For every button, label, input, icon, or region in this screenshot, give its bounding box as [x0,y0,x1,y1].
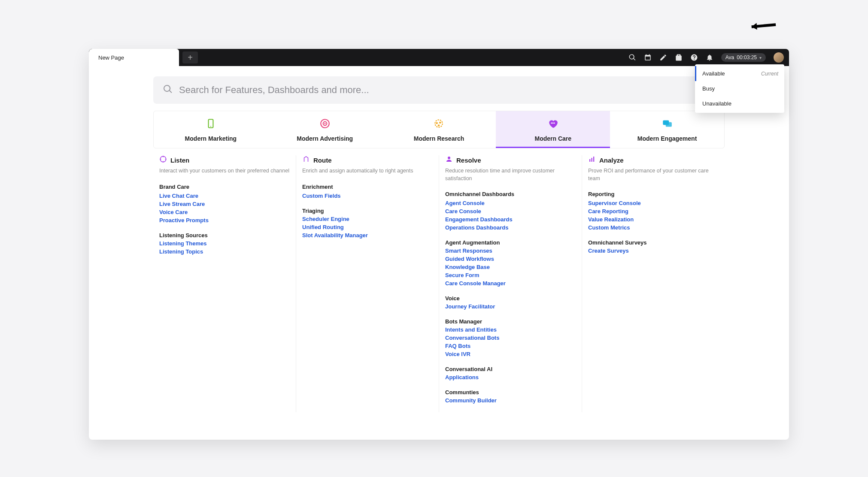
avatar[interactable] [774,52,784,63]
feature-link[interactable]: Community Builder [445,397,576,404]
feature-link[interactable]: Scheduler Engine [302,216,433,222]
group-title: Voice [445,295,576,302]
column-header: Analyze [588,155,719,165]
feature-link[interactable]: Knowledge Base [445,264,576,270]
feature-link[interactable]: Slot Availability Manager [302,232,433,238]
search-icon [163,84,173,96]
product-tab-label: Modern Research [414,135,464,142]
feature-columns: Listen Interact with your customers on t… [153,155,725,412]
feature-link[interactable]: Live Chat Care [159,193,290,199]
product-tab-label: Modern Advertising [297,135,353,142]
new-tab-button[interactable]: + [182,51,198,63]
research-icon [433,118,444,131]
product-tab-label: Modern Care [535,135,572,142]
svg-point-4 [324,123,325,124]
status-option-label: Unavailable [702,100,731,107]
column-listen: Listen Interact with your customers on t… [153,155,296,412]
status-user-name: Ava [725,54,734,60]
group-title: Triaging [302,208,433,214]
product-tab-marketing[interactable]: Modern Marketing [154,111,268,148]
feature-link[interactable]: Voice IVR [445,351,576,357]
feature-link[interactable]: Listening Themes [159,240,290,247]
product-tab-research[interactable]: Modern Research [382,111,496,148]
column-desc: Interact with your customers on their pr… [159,167,290,175]
group-title: Agent Augmentation [445,239,576,246]
feature-link[interactable]: Proactive Prompts [159,217,290,223]
feature-link[interactable]: Operations Dashboards [445,224,576,231]
help-icon[interactable] [690,54,698,61]
toolbar-right: Ava 00:03:25 ▾ [628,49,784,66]
feature-link[interactable]: Secure Form [445,272,576,278]
feature-link[interactable]: Unified Routing [302,224,433,230]
column-header: Resolve [445,155,576,165]
svg-rect-16 [589,159,590,162]
product-tab-label: Modern Marketing [185,135,237,142]
svg-point-7 [440,122,441,124]
column-header: Route [302,155,433,165]
feature-link[interactable]: Care Console [445,208,576,214]
route-icon [302,155,310,165]
feature-link[interactable]: Intents and Entities [445,326,576,333]
feature-link[interactable]: Applications [445,374,576,380]
search-bar[interactable] [153,76,725,104]
svg-point-9 [551,123,552,124]
feature-link[interactable]: Custom Metrics [588,224,719,231]
status-timer: 00:03:25 [737,54,757,60]
product-tab-label: Modern Engagement [637,135,697,142]
product-tab-engagement[interactable]: Modern Engagement [610,111,724,148]
feature-link[interactable]: Care Console Manager [445,280,576,287]
group-title: Omnichannel Surveys [588,239,719,246]
status-option-label: Available [702,70,725,77]
column-title: Analyze [599,157,624,164]
status-option-unavailable[interactable]: Unavailable [695,96,784,111]
feature-link[interactable]: Care Reporting [588,208,719,214]
group-title: Brand Care [159,184,290,190]
feature-link[interactable]: Guided Workflows [445,256,576,262]
clipboard-icon[interactable] [675,54,683,61]
svg-point-6 [436,122,438,124]
group-title: Reporting [588,191,719,197]
notifications-icon[interactable] [706,54,713,61]
feature-link[interactable]: Value Realization [588,216,719,223]
feature-link[interactable]: Engagement Dashboards [445,216,576,223]
column-desc: Reduce resolution time and improve custo… [445,167,576,182]
feature-link[interactable]: Custom Fields [302,193,433,199]
status-option-available[interactable]: AvailableCurrent [695,66,784,81]
search-icon[interactable] [628,54,636,61]
search-input[interactable] [179,85,715,96]
advertising-icon [319,118,331,131]
column-title: Listen [170,157,189,164]
svg-point-11 [554,123,555,124]
analyze-icon [588,155,596,165]
page-tab[interactable]: New Page [89,49,179,66]
feature-link[interactable]: Conversational Bots [445,335,576,341]
status-dropdown: AvailableCurrentBusyUnavailable [695,64,784,113]
calendar-icon[interactable] [644,54,652,61]
group-title: Omnichannel Dashboards [445,191,576,197]
feature-link[interactable]: Listening Topics [159,248,290,255]
page-tab-label: New Page [98,54,124,61]
svg-rect-13 [666,122,672,127]
feature-link[interactable]: Live Stream Care [159,201,290,207]
status-current-indicator: Current [761,71,778,77]
annotation-arrow-icon [736,2,785,51]
product-tab-advertising[interactable]: Modern Advertising [268,111,382,148]
feature-link[interactable]: Voice Care [159,209,290,215]
feature-link[interactable]: Supervisor Console [588,200,719,206]
status-option-busy[interactable]: Busy [695,81,784,96]
column-title: Route [313,157,332,164]
column-desc: Enrich and assign automatically to right… [302,167,433,175]
product-tab-care[interactable]: Modern Care [496,111,610,148]
feature-link[interactable]: Journey Facilitator [445,303,576,310]
feature-link[interactable]: Create Surveys [588,248,719,254]
feature-link[interactable]: Agent Console [445,200,576,206]
column-desc: Prove ROI and performance of your custom… [588,167,719,182]
feature-link[interactable]: Smart Responses [445,248,576,254]
column-header: Listen [159,155,290,165]
status-pill[interactable]: Ava 00:03:25 ▾ [721,53,766,62]
edit-icon[interactable] [659,54,667,61]
feature-link[interactable]: FAQ Bots [445,343,576,349]
svg-rect-18 [593,157,594,162]
svg-rect-17 [592,158,592,162]
engagement-icon [662,118,673,131]
